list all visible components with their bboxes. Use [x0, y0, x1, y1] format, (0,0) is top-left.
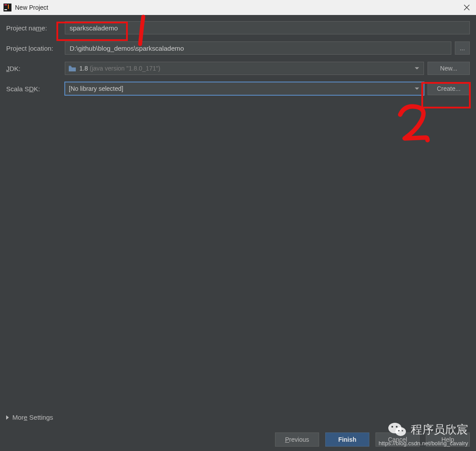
cancel-button[interactable]: Cancel — [376, 432, 420, 447]
scala-sdk-row: Scala SDK: [No library selected] Create.… — [6, 82, 470, 95]
jdk-dropdown[interactable]: 1.8 (java version "1.8.0_171") — [65, 62, 424, 75]
new-jdk-button[interactable]: New... — [428, 62, 470, 75]
jdk-row: JDK: 1.8 (java version "1.8.0_171") New.… — [6, 62, 470, 75]
more-settings-toggle[interactable]: More Settings — [6, 414, 53, 421]
project-location-label: Project location: — [6, 45, 61, 52]
browse-location-button[interactable]: ... — [455, 41, 470, 55]
triangle-right-icon — [6, 415, 9, 420]
svg-point-10 — [398, 430, 399, 431]
scala-sdk-value: [No library selected] — [69, 85, 123, 92]
intellij-icon — [4, 4, 11, 11]
chevron-down-icon — [415, 67, 419, 70]
help-button[interactable]: Help — [426, 432, 470, 447]
svg-rect-2 — [4, 9, 7, 10]
project-name-input[interactable]: sparkscalademo — [65, 21, 470, 34]
chevron-down-icon — [415, 88, 419, 90]
annotation-number-2 — [391, 102, 435, 151]
titlebar: New Project — [0, 0, 476, 15]
window-title: New Project — [15, 4, 48, 11]
finish-button[interactable]: Finish — [325, 432, 369, 447]
project-name-label: Project name: — [6, 24, 61, 32]
form-content: Project name: sparkscalademo Project loc… — [0, 15, 476, 95]
jdk-label: JDK: — [6, 65, 61, 72]
close-icon[interactable] — [462, 3, 472, 12]
folder-icon — [69, 66, 76, 71]
footer-buttons: Previous Finish Cancel Help — [275, 432, 470, 447]
project-location-row: Project location: D:\github\blog_demos\s… — [6, 41, 470, 55]
scala-sdk-dropdown[interactable]: [No library selected] — [65, 82, 424, 95]
previous-button[interactable]: Previous — [275, 432, 319, 447]
jdk-version: 1.8 — [79, 65, 88, 72]
create-scala-sdk-button[interactable]: Create... — [428, 82, 470, 95]
jdk-detail: (java version "1.8.0_171") — [89, 65, 160, 72]
project-location-value: D:\github\blog_demos\sparkscalademo — [70, 45, 184, 52]
svg-point-6 — [388, 423, 402, 433]
project-name-value: sparkscalademo — [70, 24, 118, 32]
svg-rect-1 — [4, 4, 7, 5]
svg-point-11 — [402, 430, 403, 431]
svg-rect-3 — [8, 4, 9, 9]
project-location-input[interactable]: D:\github\blog_demos\sparkscalademo — [65, 41, 451, 55]
scala-sdk-label: Scala SDK: — [6, 85, 61, 93]
svg-point-8 — [391, 426, 393, 428]
project-name-row: Project name: sparkscalademo — [6, 21, 470, 34]
svg-point-9 — [396, 426, 398, 428]
